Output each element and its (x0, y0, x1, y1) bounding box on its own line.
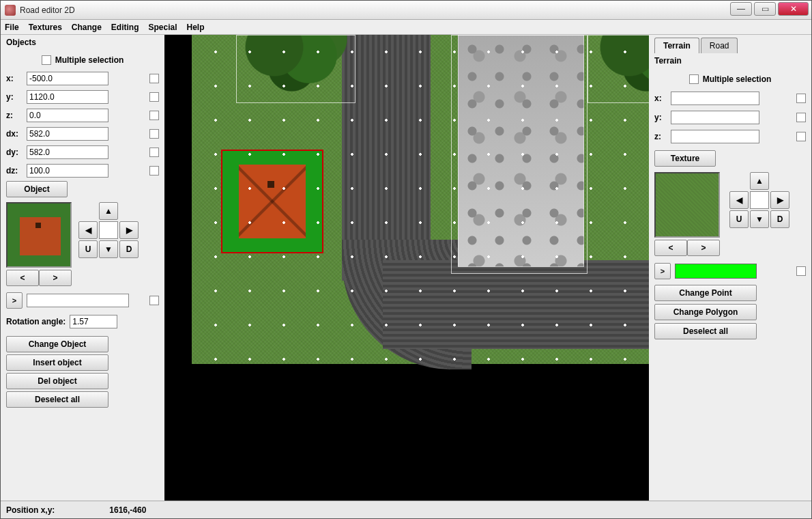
insert-object-button[interactable]: Insert object (6, 354, 108, 371)
terrain-multiple-checkbox[interactable] (689, 74, 699, 84)
tx-checkbox[interactable] (796, 94, 806, 103)
dz-checkbox[interactable] (149, 166, 159, 176)
color-checkbox[interactable] (796, 266, 806, 276)
color-swatch[interactable] (675, 264, 757, 279)
titlebar: Road editor 2D — ▭ ✕ (1, 1, 811, 20)
nav-down-button[interactable]: ▼ (99, 240, 118, 258)
object-name-input[interactable] (27, 294, 129, 307)
objects-panel: Objects Multiple selection x: y: z: dx: … (1, 35, 164, 501)
texture-prev-button[interactable]: < (654, 240, 687, 256)
nav-d-button[interactable]: D (119, 240, 139, 258)
multiple-selection-checkbox[interactable] (42, 55, 51, 65)
tnav-right-button[interactable]: ▶ (770, 191, 789, 209)
rotation-label: Rotation angle: (6, 317, 66, 326)
del-object-button[interactable]: Del object (6, 373, 108, 389)
menu-help[interactable]: Help (187, 23, 205, 32)
x-input[interactable] (27, 72, 108, 85)
window-title: Road editor 2D (20, 5, 730, 15)
change-polygon-button[interactable]: Change Polygon (654, 304, 757, 320)
texture-preview (654, 172, 720, 238)
nav-left-button[interactable]: ◀ (78, 221, 98, 239)
objects-title: Objects (6, 38, 159, 47)
x-label: x: (6, 74, 23, 83)
nav-up-button[interactable]: ▲ (99, 202, 118, 220)
tz-input[interactable] (671, 130, 759, 143)
tz-checkbox[interactable] (796, 132, 806, 141)
object-name-checkbox[interactable] (149, 296, 159, 305)
nav-center-input[interactable] (99, 221, 118, 239)
x-checkbox[interactable] (149, 74, 159, 83)
dy-input[interactable] (27, 145, 108, 159)
terrain-deselect-button[interactable]: Deselect all (654, 323, 757, 339)
tnav-d-button[interactable]: D (770, 210, 789, 228)
z-input[interactable] (27, 109, 108, 122)
menubar: File Textures Change Editing Special Hel… (1, 20, 811, 35)
close-button[interactable]: ✕ (778, 2, 809, 16)
menu-special[interactable]: Special (149, 23, 177, 32)
terrain-title: Terrain (654, 56, 806, 66)
tnav-up-button[interactable]: ▲ (750, 172, 769, 190)
tab-terrain[interactable]: Terrain (654, 38, 699, 53)
rotation-input[interactable] (70, 315, 117, 328)
object-next-button[interactable]: > (39, 270, 72, 286)
terrain-multiple-label: Multiple selection (703, 74, 772, 84)
terrain-panel: Terrain Road Terrain Multiple selection … (649, 35, 811, 501)
object-prev-button[interactable]: < (6, 270, 39, 286)
object-navpad: ▲ ◀ ▶ U ▼ D (78, 202, 139, 286)
dy-label: dy: (6, 148, 23, 157)
y-label: y: (6, 92, 23, 102)
tx-label: x: (654, 94, 667, 103)
texture-button[interactable]: Texture (654, 150, 716, 167)
status-label: Position x,y: (6, 505, 55, 515)
color-expand-button[interactable]: > (654, 263, 671, 279)
object-button[interactable]: Object (6, 181, 68, 197)
menu-textures[interactable]: Textures (29, 23, 62, 32)
maximize-button[interactable]: ▭ (754, 2, 776, 16)
menu-file[interactable]: File (5, 23, 19, 32)
canvas[interactable] (164, 35, 649, 501)
minimize-button[interactable]: — (730, 2, 752, 16)
z-checkbox[interactable] (149, 111, 159, 120)
status-bar: Position x,y: 1616,-460 (1, 501, 811, 518)
ty-label: y: (654, 113, 667, 122)
deselect-all-button[interactable]: Deselect all (6, 391, 108, 408)
dz-input[interactable] (27, 164, 108, 178)
tab-road[interactable]: Road (701, 38, 738, 53)
y-checkbox[interactable] (149, 92, 159, 102)
menu-change[interactable]: Change (72, 23, 102, 32)
change-object-button[interactable]: Change Object (6, 336, 108, 352)
texture-next-button[interactable]: > (687, 240, 720, 256)
tnav-left-button[interactable]: ◀ (729, 191, 749, 209)
tnav-u-button[interactable]: U (729, 210, 749, 228)
app-icon (5, 5, 16, 16)
dx-checkbox[interactable] (149, 129, 159, 139)
tx-input[interactable] (671, 92, 759, 105)
dy-checkbox[interactable] (149, 148, 159, 157)
status-value: 1616,-460 (109, 505, 146, 515)
ty-input[interactable] (671, 111, 759, 124)
dz-label: dz: (6, 166, 23, 176)
nav-u-button[interactable]: U (78, 240, 98, 258)
tnav-down-button[interactable]: ▼ (750, 210, 769, 228)
dx-label: dx: (6, 129, 23, 139)
z-label: z: (6, 111, 23, 120)
object-preview (6, 202, 72, 268)
menu-editing[interactable]: Editing (111, 23, 139, 32)
expand-button[interactable]: > (6, 292, 23, 309)
nav-right-button[interactable]: ▶ (119, 221, 139, 239)
dx-input[interactable] (27, 127, 108, 141)
tnav-center-input[interactable] (750, 191, 769, 209)
change-point-button[interactable]: Change Point (654, 285, 757, 301)
terrain-navpad: ▲ ◀ ▶ U ▼ D (729, 172, 789, 256)
multiple-selection-label: Multiple selection (55, 55, 124, 65)
tz-label: z: (654, 132, 667, 141)
ty-checkbox[interactable] (796, 113, 806, 122)
y-input[interactable] (27, 90, 108, 104)
